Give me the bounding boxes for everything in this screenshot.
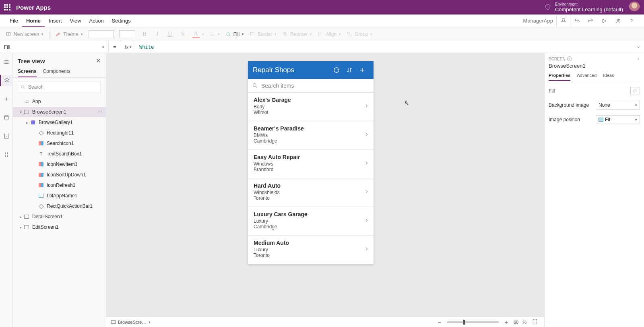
undo-icon[interactable] (570, 14, 584, 27)
svg-point-7 (4, 115, 8, 117)
tab-advanced[interactable]: Advanced (577, 73, 597, 81)
list-item[interactable]: Beamer's ParadiseBMWsCambridge (248, 121, 374, 150)
item-body: Cambridge (254, 224, 368, 230)
strike-icon[interactable]: S (180, 31, 187, 37)
tree-node-iconrefresh[interactable]: IconRefresh1 (13, 180, 106, 190)
rail-tools-icon[interactable] (0, 149, 13, 160)
menu-file[interactable]: File (6, 18, 22, 24)
menu-insert[interactable]: Insert (45, 18, 66, 24)
zoom-in-button[interactable]: + (503, 319, 510, 325)
info-icon[interactable]: ? (567, 56, 572, 61)
group-button[interactable]: Group▾ (347, 31, 372, 37)
prop-fill-swatch[interactable] (630, 87, 640, 95)
selection-name: BrowseScreen1 (549, 63, 640, 69)
zoom-unit: % (522, 320, 526, 325)
fill-button[interactable]: Fill ▾ (225, 31, 244, 37)
font-family-box[interactable] (89, 30, 114, 38)
align-button[interactable]: Align▾ (318, 31, 341, 37)
rail-insert-icon[interactable] (0, 93, 13, 105)
tab-screens[interactable]: Screens (18, 68, 37, 77)
menu-home[interactable]: Home (22, 15, 45, 27)
selection-type: SCREEN (549, 57, 566, 61)
chevron-right-icon[interactable] (364, 103, 369, 110)
chevron-right-icon[interactable] (364, 132, 369, 139)
chevron-right-icon[interactable] (364, 160, 369, 168)
list-item[interactable]: Luxury Cars GarageLuxuryCambridge (248, 207, 374, 236)
expand-formula-icon[interactable] (633, 45, 644, 50)
bold-icon[interactable]: B (141, 31, 148, 37)
environment-picker[interactable]: Environment Competent Learning (default) (545, 2, 623, 12)
formula-value[interactable]: White (135, 44, 633, 50)
reorder-label: Reorder (290, 31, 308, 37)
reorder-button[interactable]: Reorder▾ (282, 31, 312, 37)
menu-action[interactable]: Action (85, 18, 108, 24)
redo-icon[interactable] (584, 14, 597, 27)
chevron-right-icon[interactable] (364, 217, 369, 225)
tree-node-editscreen[interactable]: ▸ EditScreen1 (13, 222, 106, 232)
rail-treeview-icon[interactable] (0, 75, 13, 86)
tree-node-rectquickaction[interactable]: RectQuickActionBar1 (13, 201, 106, 211)
font-color-button[interactable]: A▾ (192, 30, 204, 38)
tab-components[interactable]: Components (43, 68, 70, 77)
tab-properties[interactable]: Properties (549, 73, 570, 81)
canvas[interactable]: Repair Shops Search items Alex's GarageB… (106, 53, 544, 327)
menu-view[interactable]: View (66, 18, 85, 24)
menu-settings[interactable]: Settings (108, 18, 135, 24)
rail-media-icon[interactable] (0, 130, 13, 142)
refresh-icon[interactable] (330, 64, 343, 77)
prop-bgimg-dropdown[interactable]: None▾ (596, 101, 640, 110)
item-subtitle: Windshields (254, 190, 368, 195)
share-icon[interactable] (611, 14, 625, 27)
mouse-cursor-icon: ↖ (404, 99, 409, 107)
list-item[interactable]: Easy Auto RepairWindowsBrantford (248, 150, 374, 178)
tree-node-app[interactable]: App (13, 96, 106, 107)
prop-imgpos-dropdown[interactable]: Fit ▾ (596, 115, 640, 124)
rail-data-icon[interactable] (0, 112, 13, 123)
theme-label: Theme (63, 31, 78, 37)
selection-breadcrumb[interactable]: BrowseScre… ▾ (111, 320, 151, 325)
property-dropdown[interactable]: Fill ▾ (0, 41, 109, 53)
tree-node-browsescreen[interactable]: ▾ BrowseScreen1 ⋯ (13, 107, 106, 117)
fx-button[interactable]: fx▾ (121, 41, 135, 53)
chevron-right-icon[interactable] (364, 189, 369, 196)
fit-to-window-icon[interactable] (530, 319, 539, 325)
rail-hamburger-icon[interactable] (0, 56, 13, 68)
border-button[interactable]: Border▾ (250, 31, 277, 37)
app-launcher-icon[interactable] (4, 4, 10, 10)
zoom-out-button[interactable]: − (436, 319, 443, 325)
zoom-slider[interactable] (447, 321, 499, 323)
chevron-right-icon[interactable] (364, 246, 369, 253)
list-item[interactable]: Medium AutoLuxuryToronto (248, 236, 374, 264)
tree-node-lblappname[interactable]: LblAppName1 (13, 190, 106, 201)
app-checker-icon[interactable] (556, 14, 570, 27)
app-name: Power Apps (16, 4, 51, 11)
font-size-box[interactable] (119, 30, 135, 38)
node-more-icon[interactable]: ⋯ (97, 109, 103, 115)
theme-button[interactable]: Theme ▾ (55, 31, 83, 37)
tree-node-gallery[interactable]: ▸ BrowseGallery1 (13, 117, 106, 128)
help-icon[interactable] (625, 14, 638, 27)
underline-icon[interactable]: U (167, 31, 174, 37)
close-tree-icon[interactable]: ✕ (96, 57, 101, 64)
tab-ideas[interactable]: Ideas (603, 73, 614, 81)
tree-search-input[interactable]: Search (18, 82, 101, 92)
tree-node-iconnewitem[interactable]: IconNewItem1 (13, 159, 106, 170)
list-item[interactable]: Hard AutoWindshieldsToronto (248, 178, 374, 207)
list-item[interactable]: Alex's GarageBodyWilmot (248, 93, 374, 121)
svg-point-11 (253, 84, 256, 87)
text-align-button[interactable]: ▾ (210, 31, 220, 37)
sort-icon[interactable] (343, 64, 356, 77)
tree-node-textsearchbox[interactable]: TextSearchBox1 (13, 149, 106, 159)
tree-node-iconsort[interactable]: IconSortUpDown1 (13, 170, 106, 180)
app-search-input[interactable]: Search items (248, 79, 374, 93)
tree-node-searchicon1[interactable]: SearchIcon1 (13, 138, 106, 149)
user-avatar[interactable] (629, 2, 640, 13)
collapse-panel-icon[interactable] (636, 56, 641, 62)
tree-node-detailscreen[interactable]: ▸ DetailScreen1 (13, 211, 106, 222)
preview-icon[interactable] (597, 14, 611, 27)
italic-icon[interactable]: I (154, 31, 161, 37)
tree-node-rectangle11[interactable]: Rectangle11 (13, 128, 106, 138)
svg-rect-2 (250, 32, 254, 36)
add-icon[interactable] (356, 64, 369, 77)
new-screen-button[interactable]: New screen ▾ (6, 31, 43, 37)
